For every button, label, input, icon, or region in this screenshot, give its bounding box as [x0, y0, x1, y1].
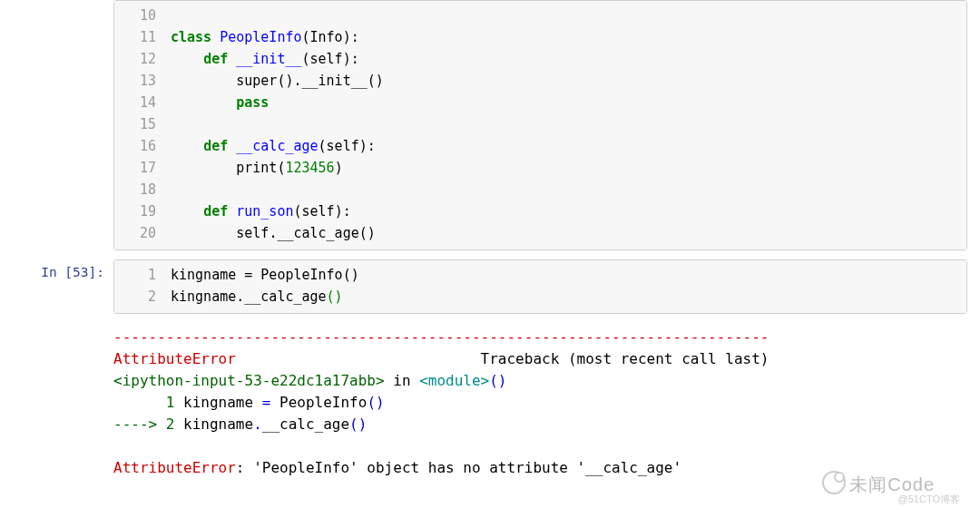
line-number: 2 — [114, 286, 156, 308]
traceback-module: <module> — [419, 372, 489, 389]
code-body[interactable]: kingname = PeopleInfo() kingname.__calc_… — [163, 260, 966, 313]
line-number: 20 — [114, 222, 156, 244]
line-number: 11 — [114, 26, 156, 48]
output-prompt — [0, 323, 113, 328]
line-number: 13 — [114, 70, 156, 92]
line-gutter: 1 2 — [114, 260, 163, 313]
line-number: 1 — [114, 264, 156, 286]
line-gutter: 10 11 12 13 14 15 16 17 18 19 20 — [114, 1, 163, 249]
line-number: 12 — [114, 48, 156, 70]
code-body[interactable]: class PeopleInfo(Info): def __init__(sel… — [163, 1, 966, 249]
code-cell-0: 10 11 12 13 14 15 16 17 18 19 20 class P… — [0, 0, 980, 250]
traceback-arrow: ----> — [113, 415, 166, 433]
line-number: 18 — [114, 179, 156, 200]
code-line: kingname = PeopleInfo() kingname.__calc_… — [171, 267, 359, 305]
traceback-label — [236, 350, 481, 367]
code-input-area[interactable]: 1 2 kingname = PeopleInfo() kingname.__c… — [113, 259, 967, 314]
error-message: : 'PeopleInfo' object has no attribute '… — [236, 459, 681, 476]
error-name-final: AttributeError — [113, 459, 236, 476]
traceback-sep: ----------------------------------------… — [113, 328, 769, 346]
error-name: AttributeError — [113, 350, 236, 367]
output-cell: ----------------------------------------… — [0, 323, 980, 483]
line-number: 15 — [114, 113, 156, 135]
traceback-source: <ipython-input-53-e22dc1a17abb> — [113, 372, 385, 389]
line-number: 17 — [114, 157, 156, 179]
line-number: 14 — [114, 92, 156, 113]
cell-prompt: In [53]: — [0, 259, 113, 279]
code-input-area[interactable]: 10 11 12 13 14 15 16 17 18 19 20 class P… — [113, 0, 967, 250]
line-number: 16 — [114, 135, 156, 157]
line-number: 10 — [114, 5, 156, 26]
cell-prompt — [0, 0, 113, 5]
line-number: 19 — [114, 200, 156, 222]
code-line: class PeopleInfo(Info): def __init__(sel… — [171, 29, 384, 241]
code-cell-1: In [53]: 1 2 kingname = PeopleInfo() kin… — [0, 259, 980, 314]
traceback-output: ----------------------------------------… — [113, 323, 967, 483]
